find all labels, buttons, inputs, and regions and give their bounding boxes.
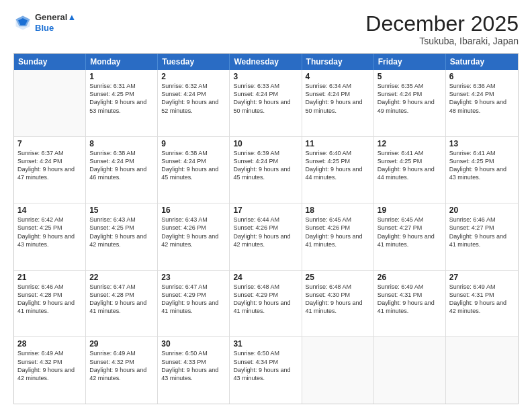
cal-cell-20: 20Sunrise: 6:46 AMSunset: 4:27 PMDayligh… xyxy=(446,203,518,270)
cal-cell-26: 26Sunrise: 6:49 AMSunset: 4:31 PMDayligh… xyxy=(374,271,446,337)
cell-info: Sunrise: 6:33 AMSunset: 4:24 PMDaylight:… xyxy=(233,82,298,115)
header-day-wednesday: Wednesday xyxy=(230,54,302,70)
calendar: SundayMondayTuesdayWednesdayThursdayFrid… xyxy=(13,53,519,404)
header: General▲ Blue December 2025 Tsukuba, Iba… xyxy=(13,12,519,46)
cell-info: Sunrise: 6:45 AMSunset: 4:26 PMDaylight:… xyxy=(306,216,370,248)
cal-cell-9: 9Sunrise: 6:38 AMSunset: 4:24 PMDaylight… xyxy=(158,137,230,203)
cal-cell-4: 4Sunrise: 6:34 AMSunset: 4:24 PMDaylight… xyxy=(302,70,374,136)
calendar-body: 1Sunrise: 6:31 AMSunset: 4:25 PMDaylight… xyxy=(14,70,518,404)
cal-cell-15: 15Sunrise: 6:43 AMSunset: 4:25 PMDayligh… xyxy=(86,203,158,270)
cell-info: Sunrise: 6:40 AMSunset: 4:25 PMDaylight:… xyxy=(306,149,370,182)
week-row-1: 7Sunrise: 6:37 AMSunset: 4:24 PMDaylight… xyxy=(14,137,518,204)
logo: General▲ Blue xyxy=(13,12,76,33)
day-number: 29 xyxy=(89,339,154,349)
week-row-4: 28Sunrise: 6:49 AMSunset: 4:32 PMDayligh… xyxy=(14,337,518,404)
day-number: 11 xyxy=(306,139,370,148)
day-number: 24 xyxy=(233,273,298,282)
location: Tsukuba, Ibaraki, Japan xyxy=(365,36,519,46)
day-number: 28 xyxy=(17,339,82,349)
day-number: 12 xyxy=(378,139,442,148)
cal-cell-empty-4-4 xyxy=(302,337,374,404)
day-number: 22 xyxy=(89,273,154,282)
day-number: 27 xyxy=(449,273,515,282)
cell-info: Sunrise: 6:37 AMSunset: 4:24 PMDaylight:… xyxy=(17,149,82,182)
day-number: 20 xyxy=(449,205,515,215)
cal-cell-18: 18Sunrise: 6:45 AMSunset: 4:26 PMDayligh… xyxy=(302,203,374,270)
day-number: 13 xyxy=(449,139,515,148)
cal-cell-17: 17Sunrise: 6:44 AMSunset: 4:26 PMDayligh… xyxy=(230,203,302,270)
cell-info: Sunrise: 6:49 AMSunset: 4:31 PMDaylight:… xyxy=(449,283,515,316)
cell-info: Sunrise: 6:46 AMSunset: 4:27 PMDaylight:… xyxy=(449,216,515,248)
day-number: 19 xyxy=(378,205,442,215)
cal-cell-13: 13Sunrise: 6:41 AMSunset: 4:25 PMDayligh… xyxy=(446,137,518,203)
cal-cell-empty-4-6 xyxy=(446,337,518,404)
logo-icon xyxy=(13,13,32,32)
cal-cell-14: 14Sunrise: 6:42 AMSunset: 4:25 PMDayligh… xyxy=(14,203,86,270)
page: General▲ Blue December 2025 Tsukuba, Iba… xyxy=(0,0,532,411)
day-number: 1 xyxy=(89,72,154,81)
cell-info: Sunrise: 6:32 AMSunset: 4:24 PMDaylight:… xyxy=(161,82,226,115)
header-day-thursday: Thursday xyxy=(302,54,374,70)
day-number: 30 xyxy=(161,339,226,349)
cell-info: Sunrise: 6:48 AMSunset: 4:29 PMDaylight:… xyxy=(233,283,298,316)
cell-info: Sunrise: 6:48 AMSunset: 4:30 PMDaylight:… xyxy=(306,283,370,316)
day-number: 10 xyxy=(233,139,298,148)
cell-info: Sunrise: 6:41 AMSunset: 4:25 PMDaylight:… xyxy=(378,149,442,182)
day-number: 8 xyxy=(89,139,154,148)
day-number: 2 xyxy=(161,72,226,81)
week-row-2: 14Sunrise: 6:42 AMSunset: 4:25 PMDayligh… xyxy=(14,203,518,271)
cell-info: Sunrise: 6:42 AMSunset: 4:25 PMDaylight:… xyxy=(17,216,82,248)
cell-info: Sunrise: 6:36 AMSunset: 4:24 PMDaylight:… xyxy=(449,82,515,115)
title-block: December 2025 Tsukuba, Ibaraki, Japan xyxy=(365,12,519,46)
day-number: 25 xyxy=(306,273,370,282)
day-number: 7 xyxy=(17,139,82,148)
cal-cell-23: 23Sunrise: 6:47 AMSunset: 4:29 PMDayligh… xyxy=(158,271,230,337)
day-number: 15 xyxy=(89,205,154,215)
cal-cell-3: 3Sunrise: 6:33 AMSunset: 4:24 PMDaylight… xyxy=(230,70,302,136)
cell-info: Sunrise: 6:43 AMSunset: 4:25 PMDaylight:… xyxy=(89,216,154,248)
cal-cell-24: 24Sunrise: 6:48 AMSunset: 4:29 PMDayligh… xyxy=(230,271,302,337)
cell-info: Sunrise: 6:35 AMSunset: 4:24 PMDaylight:… xyxy=(378,82,442,115)
day-number: 17 xyxy=(233,205,298,215)
day-number: 9 xyxy=(161,139,226,148)
cal-cell-31: 31Sunrise: 6:50 AMSunset: 4:34 PMDayligh… xyxy=(230,337,302,404)
cell-info: Sunrise: 6:38 AMSunset: 4:24 PMDaylight:… xyxy=(89,149,154,182)
month-title: December 2025 xyxy=(365,12,519,36)
cal-cell-21: 21Sunrise: 6:46 AMSunset: 4:28 PMDayligh… xyxy=(14,271,86,337)
cal-cell-8: 8Sunrise: 6:38 AMSunset: 4:24 PMDaylight… xyxy=(86,137,158,203)
cell-info: Sunrise: 6:41 AMSunset: 4:25 PMDaylight:… xyxy=(449,149,515,182)
cal-cell-12: 12Sunrise: 6:41 AMSunset: 4:25 PMDayligh… xyxy=(374,137,446,203)
cell-info: Sunrise: 6:38 AMSunset: 4:24 PMDaylight:… xyxy=(161,149,226,182)
cell-info: Sunrise: 6:49 AMSunset: 4:32 PMDaylight:… xyxy=(17,349,82,382)
cal-cell-30: 30Sunrise: 6:50 AMSunset: 4:33 PMDayligh… xyxy=(158,337,230,404)
week-row-3: 21Sunrise: 6:46 AMSunset: 4:28 PMDayligh… xyxy=(14,271,518,338)
cell-info: Sunrise: 6:49 AMSunset: 4:32 PMDaylight:… xyxy=(89,349,154,382)
day-number: 31 xyxy=(233,339,298,349)
cell-info: Sunrise: 6:39 AMSunset: 4:24 PMDaylight:… xyxy=(233,149,298,182)
header-day-friday: Friday xyxy=(374,54,446,70)
day-number: 21 xyxy=(17,273,82,282)
calendar-header: SundayMondayTuesdayWednesdayThursdayFrid… xyxy=(14,54,518,70)
cell-info: Sunrise: 6:43 AMSunset: 4:26 PMDaylight:… xyxy=(161,216,226,248)
cal-cell-empty-0-0 xyxy=(14,70,86,136)
cal-cell-7: 7Sunrise: 6:37 AMSunset: 4:24 PMDaylight… xyxy=(14,137,86,203)
cell-info: Sunrise: 6:45 AMSunset: 4:27 PMDaylight:… xyxy=(378,216,442,248)
cal-cell-22: 22Sunrise: 6:47 AMSunset: 4:28 PMDayligh… xyxy=(86,271,158,337)
cell-info: Sunrise: 6:46 AMSunset: 4:28 PMDaylight:… xyxy=(17,283,82,316)
cal-cell-16: 16Sunrise: 6:43 AMSunset: 4:26 PMDayligh… xyxy=(158,203,230,270)
header-day-monday: Monday xyxy=(86,54,158,70)
week-row-0: 1Sunrise: 6:31 AMSunset: 4:25 PMDaylight… xyxy=(14,70,518,137)
cell-info: Sunrise: 6:49 AMSunset: 4:31 PMDaylight:… xyxy=(378,283,442,316)
cal-cell-10: 10Sunrise: 6:39 AMSunset: 4:24 PMDayligh… xyxy=(230,137,302,203)
day-number: 5 xyxy=(378,72,442,81)
cal-cell-2: 2Sunrise: 6:32 AMSunset: 4:24 PMDaylight… xyxy=(158,70,230,136)
cal-cell-1: 1Sunrise: 6:31 AMSunset: 4:25 PMDaylight… xyxy=(86,70,158,136)
day-number: 3 xyxy=(233,72,298,81)
header-day-tuesday: Tuesday xyxy=(158,54,230,70)
day-number: 16 xyxy=(161,205,226,215)
header-day-sunday: Sunday xyxy=(14,54,86,70)
day-number: 18 xyxy=(306,205,370,215)
cell-info: Sunrise: 6:50 AMSunset: 4:34 PMDaylight:… xyxy=(233,349,298,382)
day-number: 23 xyxy=(161,273,226,282)
cell-info: Sunrise: 6:34 AMSunset: 4:24 PMDaylight:… xyxy=(306,82,370,115)
